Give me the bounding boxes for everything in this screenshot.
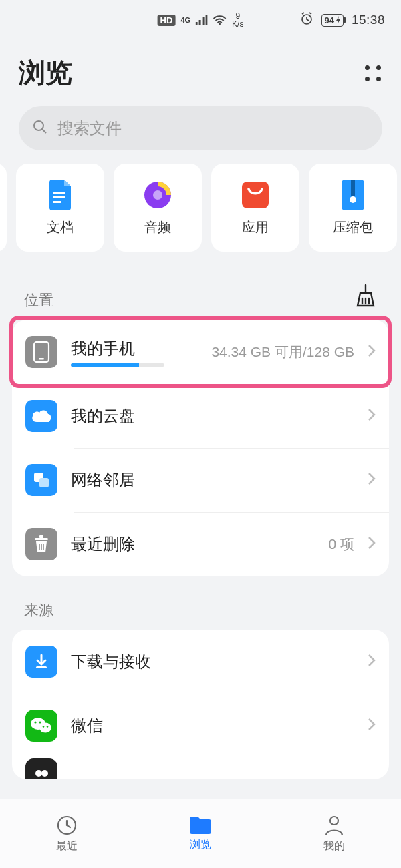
location-network[interactable]: 网络邻居 xyxy=(12,448,389,512)
network-icon xyxy=(25,464,57,496)
svg-rect-21 xyxy=(39,535,43,538)
alarm-icon xyxy=(300,12,313,29)
apps-icon xyxy=(240,180,271,210)
svg-point-6 xyxy=(34,121,43,130)
search-input[interactable]: 搜索文件 xyxy=(19,106,382,150)
category-archives[interactable]: 压缩包 xyxy=(309,164,397,252)
section-title: 位置 xyxy=(24,290,53,310)
category-label: 音频 xyxy=(144,218,171,236)
nav-recent[interactable]: 最近 xyxy=(0,799,134,868)
svg-rect-12 xyxy=(242,182,269,208)
section-header-sources: 来源 xyxy=(0,576,401,630)
source-downloads[interactable]: 下载与接收 xyxy=(12,630,389,694)
category-label: 应用 xyxy=(242,218,269,236)
row-title: 网络邻居 xyxy=(71,469,354,491)
archive-icon xyxy=(338,180,368,210)
chevron-right-icon xyxy=(368,472,376,488)
search-icon xyxy=(32,119,48,138)
download-icon xyxy=(25,646,57,678)
svg-point-28 xyxy=(34,721,36,723)
category-apps[interactable]: 应用 xyxy=(211,164,299,252)
category-label: 压缩包 xyxy=(333,218,373,236)
wechat-icon xyxy=(25,710,57,742)
chevron-right-icon xyxy=(368,718,376,734)
signal-icon xyxy=(196,15,208,25)
storage-meta: 34.34 GB 可用/128 GB xyxy=(211,343,354,361)
svg-rect-20 xyxy=(35,538,48,540)
nav-label: 最近 xyxy=(56,839,78,853)
svg-rect-14 xyxy=(351,180,355,196)
location-cloud[interactable]: 我的云盘 xyxy=(12,384,389,448)
svg-rect-8 xyxy=(53,196,65,198)
wifi-icon xyxy=(213,15,227,25)
locations-card: 我的手机 34.34 GB 可用/128 GB 我的云盘 网络邻居 最近删除 0… xyxy=(12,320,389,576)
svg-rect-2 xyxy=(203,17,205,25)
row-title: 我的云盘 xyxy=(71,405,354,427)
cloud-icon xyxy=(25,400,57,432)
section-header-locations: 位置 xyxy=(0,252,401,320)
svg-point-11 xyxy=(153,190,162,200)
clock: 15:38 xyxy=(352,13,385,27)
chevron-right-icon xyxy=(368,344,376,360)
chevron-right-icon xyxy=(368,408,376,424)
category-scroll[interactable]: 文档 音频 应用 压缩包 xyxy=(0,164,401,252)
svg-rect-17 xyxy=(39,358,44,360)
svg-rect-7 xyxy=(53,192,65,194)
svg-point-35 xyxy=(330,817,338,825)
search-container: 搜索文件 xyxy=(0,106,401,164)
category-stub-left xyxy=(0,164,7,252)
section-title: 来源 xyxy=(24,600,53,620)
svg-rect-1 xyxy=(199,20,201,25)
page-title: 浏览 xyxy=(19,55,72,91)
battery-indicator: 94 xyxy=(321,14,343,27)
svg-point-31 xyxy=(47,726,49,728)
nav-browse[interactable]: 浏览 xyxy=(134,799,267,868)
trash-count: 0 项 xyxy=(328,535,354,554)
trash-icon xyxy=(25,528,57,560)
status-indicators: HD 4G 9K/s xyxy=(158,12,244,28)
source-item-partial[interactable] xyxy=(12,758,389,779)
row-title: 我的手机 xyxy=(71,338,198,359)
location-trash[interactable]: 最近删除 0 项 xyxy=(12,512,389,576)
category-audio[interactable]: 音频 xyxy=(114,164,202,252)
chevron-right-icon xyxy=(368,654,376,670)
network-type: 4G xyxy=(180,16,190,24)
app-icon xyxy=(25,758,57,779)
cleanup-button[interactable] xyxy=(354,284,377,310)
svg-point-15 xyxy=(350,196,356,203)
svg-point-30 xyxy=(43,726,45,728)
svg-rect-9 xyxy=(53,201,61,203)
category-documents[interactable]: 文档 xyxy=(16,164,104,252)
charging-icon xyxy=(336,16,341,24)
bottom-nav: 最近 浏览 我的 xyxy=(0,799,401,868)
row-title: 下载与接收 xyxy=(71,651,354,672)
row-title: 微信 xyxy=(71,715,354,736)
chevron-right-icon xyxy=(368,536,376,552)
page-header: 浏览 xyxy=(0,40,401,106)
svg-rect-25 xyxy=(36,666,47,668)
network-speed: 9K/s xyxy=(232,12,243,28)
svg-rect-19 xyxy=(39,478,49,487)
more-menu-button[interactable] xyxy=(364,64,382,83)
svg-point-33 xyxy=(41,770,48,777)
svg-rect-3 xyxy=(206,15,208,25)
storage-bar xyxy=(71,363,164,367)
status-right: 94 15:38 xyxy=(300,12,385,29)
location-my-phone[interactable]: 我的手机 34.34 GB 可用/128 GB xyxy=(12,320,389,384)
nav-label: 我的 xyxy=(323,839,345,853)
svg-point-27 xyxy=(39,723,51,733)
svg-point-29 xyxy=(39,721,41,723)
document-icon xyxy=(45,180,76,210)
svg-rect-0 xyxy=(196,22,198,25)
nav-me[interactable]: 我的 xyxy=(267,799,401,868)
svg-point-32 xyxy=(35,770,42,777)
audio-icon xyxy=(142,180,173,210)
status-bar: HD 4G 9K/s 94 15:38 xyxy=(0,0,401,40)
search-placeholder: 搜索文件 xyxy=(57,118,122,139)
sources-card: 下载与接收 微信 xyxy=(12,630,389,779)
nav-label: 浏览 xyxy=(190,838,211,852)
row-title: 最近删除 xyxy=(71,533,315,555)
phone-icon xyxy=(25,336,57,368)
hd-badge: HD xyxy=(158,15,176,26)
source-wechat[interactable]: 微信 xyxy=(12,694,389,758)
